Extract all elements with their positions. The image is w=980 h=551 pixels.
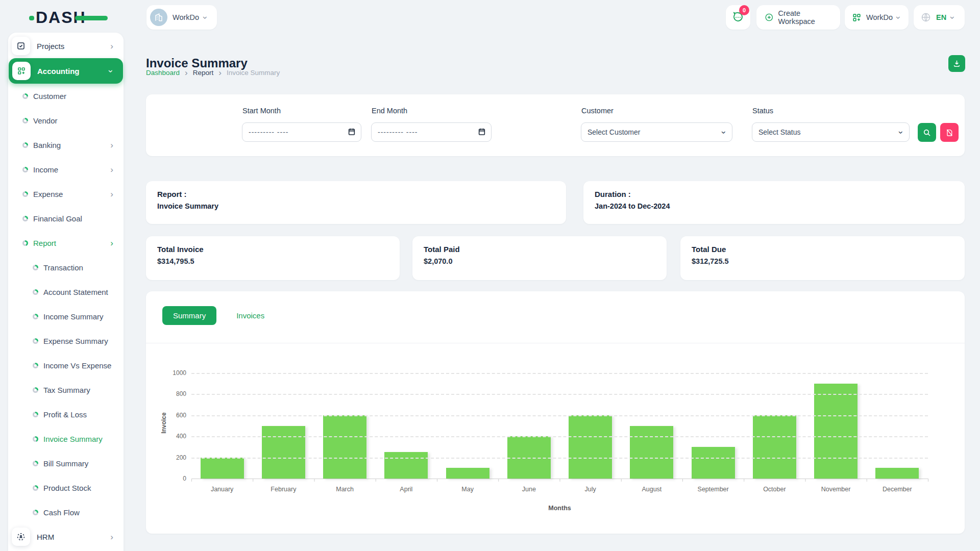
- sidebar-item-transaction[interactable]: Transaction: [8, 255, 124, 280]
- sidebar-item-vendor[interactable]: Vendor: [8, 108, 124, 133]
- bullet-icon: [33, 412, 38, 417]
- status-field: Status Select Status ›: [752, 94, 910, 156]
- y-tick-label: 200: [156, 454, 186, 461]
- bar-february[interactable]: [262, 426, 305, 479]
- x-tick-label: January: [191, 486, 253, 493]
- bar-slot: [314, 373, 376, 479]
- building-icon: [154, 13, 163, 22]
- messages-count-badge: 0: [739, 5, 749, 15]
- duration-value: Jan-2024 to Dec-2024: [595, 202, 953, 210]
- x-tick-label: May: [437, 486, 498, 493]
- chevron-down-icon: ›: [948, 16, 957, 19]
- sidebar: Projects›Accounting›CustomerVendorBankin…: [8, 33, 124, 551]
- language-selector[interactable]: EN ›: [914, 5, 965, 30]
- end-month-field: End Month: [371, 94, 492, 156]
- sidebar-item-projects[interactable]: Projects›: [8, 34, 124, 58]
- bar-slot: [376, 373, 437, 479]
- sidebar-item-invoice-summary[interactable]: Invoice Summary: [8, 427, 124, 451]
- sidebar-item-label: Financial Goal: [33, 214, 82, 223]
- sidebar-item-banking[interactable]: Banking›: [8, 133, 124, 157]
- reset-button[interactable]: [940, 123, 959, 142]
- status-label: Status: [752, 107, 773, 115]
- bar-may[interactable]: [446, 468, 489, 479]
- workspace-menu-button[interactable]: WorkDo ›: [845, 5, 909, 30]
- sidebar-item-expense[interactable]: Expense›: [8, 182, 124, 206]
- sidebar-item-report[interactable]: Report›: [8, 231, 124, 255]
- sidebar-item-bill-summary[interactable]: Bill Summary: [8, 451, 124, 475]
- workspace-switcher[interactable]: WorkDo ›: [146, 5, 217, 30]
- breadcrumb-item[interactable]: Dashboard: [146, 69, 180, 77]
- x-tick-label: October: [744, 486, 805, 493]
- sidebar-item-tax-summary[interactable]: Tax Summary: [8, 378, 124, 402]
- x-axis-ticks: [191, 479, 928, 482]
- sidebar-item-label: Tax Summary: [43, 386, 90, 394]
- breadcrumb-separator-icon: ›: [185, 68, 188, 77]
- sidebar-item-label: Transaction: [43, 263, 83, 272]
- sidebar-item-expense-summary[interactable]: Expense Summary: [8, 329, 124, 353]
- sidebar-item-profit-loss[interactable]: Profit & Loss: [8, 402, 124, 427]
- bullet-icon: [33, 363, 38, 368]
- end-month-input[interactable]: [371, 122, 492, 142]
- invoice-summary-chart-card: SummaryInvoices Invoice Months JanuaryFe…: [146, 291, 965, 534]
- sidebar-item-label: Invoice Summary: [43, 435, 103, 443]
- bar-november[interactable]: [814, 384, 857, 479]
- tab-invoices[interactable]: Invoices: [226, 306, 275, 325]
- customer-select[interactable]: Select Customer: [581, 122, 732, 142]
- filter-panel: Start Month End Month Customer Select Cu…: [146, 94, 965, 156]
- create-workspace-label: Create Workspace: [778, 9, 832, 26]
- bar-august[interactable]: [630, 426, 673, 479]
- create-workspace-button[interactable]: Create Workspace: [756, 5, 840, 30]
- sidebar-item-income-summary[interactable]: Income Summary: [8, 304, 124, 329]
- bar-july[interactable]: [569, 415, 612, 479]
- sidebar-item-account-statement[interactable]: Account Statement: [8, 280, 124, 304]
- x-tick-label: July: [560, 486, 621, 493]
- bar-march[interactable]: [323, 415, 366, 479]
- bar-october[interactable]: [753, 415, 796, 479]
- gridline: [191, 373, 928, 374]
- bar-april[interactable]: [384, 452, 428, 479]
- breadcrumb-item[interactable]: Report: [193, 69, 214, 77]
- bar-december[interactable]: [875, 468, 919, 479]
- gridline: [191, 436, 928, 437]
- chevron-right-icon: ›: [110, 42, 113, 51]
- sidebar-item-customer[interactable]: Customer: [8, 84, 124, 108]
- sidebar-item-label: Report: [33, 239, 56, 247]
- tab-summary[interactable]: Summary: [162, 306, 216, 325]
- x-tick-label: December: [867, 486, 928, 493]
- sidebar-item-product-stock[interactable]: Product Stock: [8, 475, 124, 500]
- status-select[interactable]: Select Status: [752, 122, 910, 142]
- bar-september[interactable]: [692, 447, 735, 479]
- invoice-bar-chart: Invoice Months JanuaryFebruaryMarchApril…: [146, 343, 965, 534]
- sidebar-item-cash-flow[interactable]: Cash Flow: [8, 500, 124, 524]
- sidebar-item-income-vs-expense[interactable]: Income Vs Expense: [8, 353, 124, 378]
- bullet-icon: [22, 118, 28, 123]
- bullet-icon: [33, 436, 38, 442]
- end-month-label: End Month: [372, 107, 407, 115]
- start-month-input[interactable]: [242, 122, 361, 142]
- messages-button[interactable]: 0: [726, 5, 750, 30]
- sidebar-item-income[interactable]: Income›: [8, 157, 124, 182]
- bar-slot: [498, 373, 559, 479]
- bar-slot: [191, 373, 253, 479]
- bullet-icon: [33, 510, 38, 515]
- x-axis-labels: JanuaryFebruaryMarchAprilMayJuneJulyAugu…: [191, 486, 928, 493]
- search-button[interactable]: [918, 123, 936, 142]
- workspace-switcher-label: WorkDo: [173, 13, 199, 21]
- sidebar-item-financial-goal[interactable]: Financial Goal: [8, 206, 124, 231]
- bullet-icon: [22, 142, 28, 148]
- stat-value: $312,725.5: [692, 257, 953, 265]
- sidebar-item-accounting[interactable]: Accounting›: [9, 58, 123, 84]
- bullet-icon: [22, 191, 28, 197]
- logo-accent-dot: [29, 16, 34, 20]
- sidebar-item-label: Income Summary: [43, 312, 104, 321]
- bar-slot: [253, 373, 314, 479]
- sidebar-item-hrm[interactable]: HRM›: [8, 524, 124, 549]
- y-tick-label: 800: [156, 390, 186, 397]
- download-button[interactable]: [948, 55, 965, 72]
- bullet-icon: [22, 216, 28, 221]
- start-month-field: Start Month: [242, 94, 361, 156]
- sidebar-item-label: Cash Flow: [43, 508, 80, 517]
- bar-january[interactable]: [201, 458, 244, 479]
- bullet-icon: [33, 314, 38, 319]
- stat-card-total-paid: Total Paid$2,070.0: [412, 236, 667, 280]
